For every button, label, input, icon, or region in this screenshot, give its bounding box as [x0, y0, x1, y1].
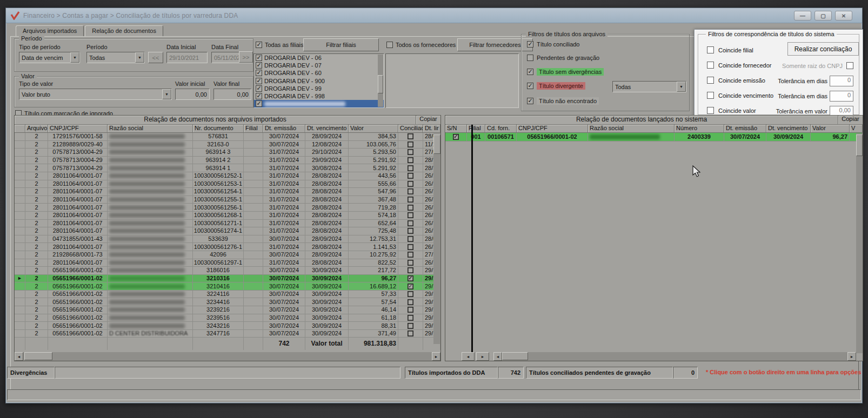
- checkbox[interactable]: [408, 307, 413, 313]
- coincide-vencimento-row[interactable]: Coincide vencimento: [707, 92, 773, 99]
- chevron-down-icon[interactable]: ▼: [70, 52, 79, 63]
- checkbox[interactable]: [408, 291, 413, 297]
- left-table-hscrollbar[interactable]: ◄ ►: [15, 352, 440, 361]
- column-header[interactable]: CNPJ/CPF: [48, 125, 108, 133]
- column-header[interactable]: Arquivo: [25, 125, 48, 133]
- checkbox[interactable]: [408, 323, 413, 329]
- column-header[interactable]: S/N: [445, 125, 467, 133]
- somente-raiz-checkbox[interactable]: [846, 62, 853, 69]
- periodo-select[interactable]: Todas ▼: [86, 52, 145, 63]
- column-header[interactable]: [15, 125, 25, 133]
- column-header[interactable]: Filial: [244, 125, 263, 133]
- table-row[interactable]: 228011064/0001-071003000561274-131/07/20…: [15, 227, 440, 235]
- column-header[interactable]: Valor: [349, 125, 398, 133]
- column-header[interactable]: Cd. forn.: [485, 125, 517, 133]
- table-row[interactable]: 205651966/0001-02322411630/07/202430/09/…: [15, 291, 440, 299]
- titulo-sem-divergencias-row[interactable]: ✓ Título sem divergências: [527, 68, 604, 76]
- pendentes-gravacao-checkbox[interactable]: [527, 55, 533, 61]
- scrollbar-thumb[interactable]: [502, 352, 528, 360]
- coincide-valor-checkbox[interactable]: [707, 107, 714, 114]
- tipo-valor-select[interactable]: Valor bruto ▼: [19, 89, 172, 100]
- checkbox[interactable]: [408, 228, 413, 234]
- filial-list-item[interactable]: ✓: [254, 100, 384, 107]
- previous-period-button[interactable]: <<: [148, 52, 163, 63]
- column-header[interactable]: CNPJ/CPF: [517, 125, 588, 133]
- frozen-column-divider[interactable]: [471, 125, 473, 361]
- data-inicial-field[interactable]: 29/10/2021: [166, 52, 208, 63]
- scroll-right-icon[interactable]: ►: [847, 352, 856, 361]
- column-header[interactable]: Número: [675, 125, 724, 133]
- minimize-button[interactable]: —: [794, 11, 811, 21]
- column-header[interactable]: V: [850, 125, 863, 133]
- pendentes-gravacao-row[interactable]: Pendentes de gravação: [527, 55, 599, 61]
- filial-list-item[interactable]: ✓DROGARIA DEV - 06: [254, 54, 384, 62]
- table-row[interactable]: 221289889/0029-4032163-030/07/202412/08/…: [15, 141, 440, 149]
- scrollbar-thumb[interactable]: [24, 352, 52, 360]
- checkbox[interactable]: [408, 299, 413, 305]
- table-row[interactable]: 228011064/0001-071003000561256-131/07/20…: [15, 204, 440, 212]
- table-row[interactable]: 228011064/0001-071003000561276-131/07/20…: [15, 243, 440, 251]
- chevron-down-icon[interactable]: ▼: [135, 52, 144, 63]
- checkbox[interactable]: [408, 133, 413, 139]
- scroll-left-icon[interactable]: ◄: [493, 352, 502, 361]
- table-row[interactable]: 205651966/0001-02321041630/07/202430/09/…: [15, 282, 440, 291]
- column-header[interactable]: Razão social: [588, 125, 675, 133]
- maximize-button[interactable]: ▢: [814, 11, 832, 21]
- scrollbar-thumb[interactable]: [856, 134, 863, 156]
- tolerancia-dias-field-2[interactable]: 0: [830, 91, 853, 102]
- next-period-button[interactable]: >>: [239, 51, 253, 63]
- tipo-periodo-select[interactable]: Data de vencim ▼: [19, 52, 80, 63]
- column-header[interactable]: Dt. emissão: [724, 125, 766, 133]
- coincide-filial-checkbox[interactable]: [707, 46, 714, 53]
- filial-list-item[interactable]: ✓DROGARIA DEV - 998: [254, 92, 384, 100]
- table-row[interactable]: 228011064/0001-071003000561253-131/07/20…: [15, 180, 440, 188]
- table-row[interactable]: 217291576/0001-5857683130/07/202428/09/2…: [15, 133, 440, 141]
- coincide-emissao-checkbox[interactable]: [707, 77, 714, 84]
- checkbox[interactable]: [408, 205, 413, 211]
- coincide-vencimento-checkbox[interactable]: [707, 92, 714, 99]
- right-table-vscrollbar[interactable]: [856, 133, 863, 353]
- checkbox[interactable]: [408, 212, 413, 218]
- coincide-emissao-row[interactable]: Coincide emissão: [707, 77, 765, 84]
- checkbox[interactable]: ✓: [408, 284, 413, 289]
- table-row[interactable]: 205651966/0001-02323951630/07/202430/09/…: [15, 314, 440, 322]
- chevron-down-icon[interactable]: ▼: [162, 89, 171, 99]
- todas-filiais-row[interactable]: ✓ Todas as filiais: [256, 42, 304, 48]
- checkbox[interactable]: [408, 197, 413, 203]
- checkbox[interactable]: [408, 165, 413, 171]
- column-header[interactable]: Dt. lir: [423, 125, 440, 133]
- table-row[interactable]: 228011064/0001-071003000561255-131/07/20…: [15, 196, 440, 204]
- coincide-fornecedor-row[interactable]: Coincide fornecedor: [707, 62, 771, 69]
- filtrar-filiais-button[interactable]: Filtrar filiais: [303, 38, 379, 51]
- column-header[interactable]: Nr. documento: [193, 125, 244, 133]
- titulo-divergente-checkbox[interactable]: ✓: [527, 83, 533, 89]
- table-row[interactable]: 205651966/0001-02D CENTER DISTRIBUIDORA3…: [15, 330, 440, 338]
- checkbox[interactable]: [408, 244, 413, 250]
- column-header[interactable]: Dt. vencimento: [766, 125, 811, 133]
- checkbox[interactable]: ✓: [256, 55, 262, 61]
- filiais-listbox[interactable]: ✓DROGARIA DEV - 06✓DROGARIA DEV - 07✓DRO…: [253, 53, 384, 108]
- divergencia-select[interactable]: Todas ▼: [612, 81, 686, 92]
- filiais-scrollbar[interactable]: [378, 55, 383, 107]
- table-row[interactable]: 228011064/0001-071003000561254-131/07/20…: [15, 188, 440, 196]
- titulo-sem-divergencias-checkbox[interactable]: ✓: [527, 69, 533, 75]
- column-header[interactable]: Dt. emissão: [263, 125, 305, 133]
- checkbox[interactable]: ✓: [256, 62, 262, 69]
- todas-filiais-checkbox[interactable]: ✓: [256, 42, 262, 48]
- table-row[interactable]: 228011064/0001-071003000561252-131/07/20…: [15, 172, 440, 180]
- table-row[interactable]: ►205651966/0001-02321031630/07/202430/09…: [15, 275, 440, 283]
- column-header[interactable]: Dt. vencimento: [305, 125, 349, 133]
- filial-list-item[interactable]: ✓DROGARIA DEV - 60: [254, 69, 384, 77]
- checkbox[interactable]: [408, 157, 413, 163]
- table-row[interactable]: 207578713/0004-29963914 131/07/202430/08…: [15, 164, 440, 172]
- checkbox[interactable]: ✓: [453, 134, 459, 140]
- table-row[interactable]: 207578713/0004-29963914 231/07/202429/09…: [15, 157, 440, 165]
- table-row[interactable]: 205651966/0001-02323921630/07/202430/09/…: [15, 306, 440, 314]
- table-row[interactable]: 205651966/0001-02323441630/07/202430/09/…: [15, 298, 440, 306]
- scrollbar-thumb[interactable]: [433, 134, 440, 154]
- scrollbar-thumb[interactable]: [378, 75, 383, 93]
- table-row[interactable]: 207578713/0004-29963914 331/07/202429/10…: [15, 149, 440, 157]
- titulo-conciliado-checkbox[interactable]: ✓: [527, 41, 533, 48]
- table-row[interactable]: ✓0010010657105651966/0001-02240033930/07…: [445, 133, 863, 141]
- checkbox[interactable]: [408, 181, 413, 187]
